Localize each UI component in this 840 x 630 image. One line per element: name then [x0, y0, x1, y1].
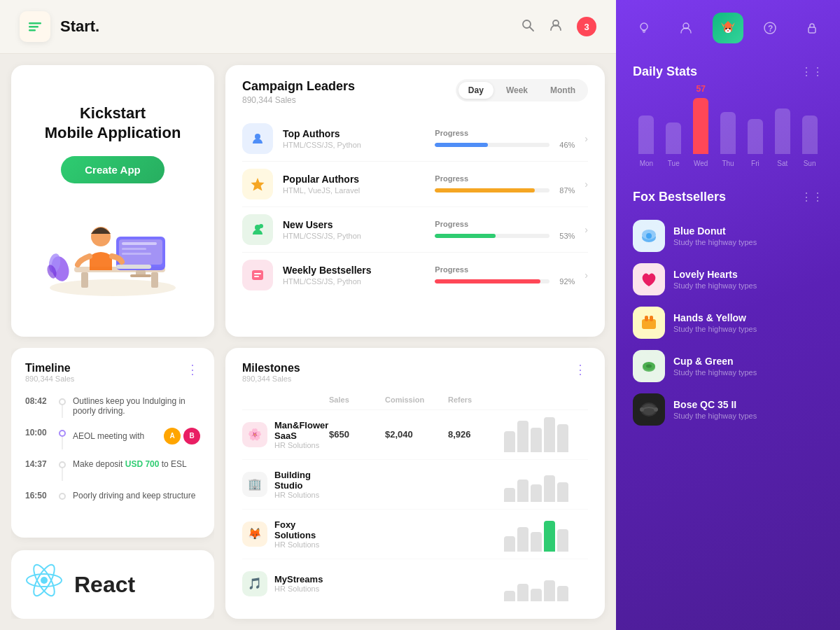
milestones-table: Sales Comission Refers 🌸 Man&Flower SaaS… [242, 393, 588, 608]
milestone-info-0: 🌸 Man&Flower SaaS HR Solutions [242, 420, 329, 449]
svg-point-62 [640, 407, 644, 412]
milestone-chart-2 [504, 517, 588, 552]
daily-stats-header: Daily Stats ⋮⋮ [633, 64, 823, 79]
timeline-dot-1 [59, 430, 66, 437]
user-icon[interactable] [549, 18, 563, 36]
fox-item-4: Bose QC 35 II Study the highway types [633, 388, 823, 431]
right-sidebar: ? Daily Stats ⋮⋮ Mon Tue [616, 0, 840, 630]
search-icon[interactable] [521, 18, 535, 36]
svg-rect-53 [645, 316, 648, 321]
milestones-title: Milestones [242, 362, 300, 374]
leader-tech-0: HTML/CSS/JS, Python [283, 141, 425, 149]
progress-label-2: Progress [435, 220, 575, 228]
fox-item-img-3 [633, 350, 665, 382]
sidebar-nav-fox[interactable] [713, 13, 743, 43]
fox-item-info-4: Bose QC 35 II Study the highway types [673, 399, 823, 420]
svg-point-63 [654, 407, 658, 412]
timeline-item-0: 08:42 Outlines keep you Indulging in poo… [25, 391, 200, 423]
milestones-subtitle: 890,344 Sales [242, 374, 300, 383]
milestone-name-0: Man&Flower SaaS [274, 420, 329, 441]
sidebar-nav-lightbulb[interactable] [629, 13, 659, 43]
leader-row-2: New Users HTML/CSS/JS, Python Progress 5… [242, 207, 588, 253]
leader-icon-3 [242, 260, 273, 290]
bar-wed: 57 Wed [690, 94, 712, 167]
chevron-icon-1[interactable]: › [584, 178, 588, 190]
timeline-menu-icon[interactable]: ⋮ [186, 362, 200, 377]
milestone-sub-3: HR Solutions [274, 584, 323, 593]
bar-fill-wed: 57 [693, 98, 708, 154]
fox-menu-icon[interactable]: ⋮⋮ [801, 190, 823, 204]
leader-info-1: Popular Authors HTML, VueJS, Laravel [283, 174, 425, 195]
bar-label-wed: Wed [694, 160, 708, 167]
bar-label-tue: Tue [668, 160, 680, 167]
sidebar-nav-help[interactable]: ? [755, 13, 785, 43]
tab-week[interactable]: Week [496, 82, 538, 99]
chevron-icon-2[interactable]: › [584, 224, 588, 235]
milestone-name-3: MyStreams [274, 574, 323, 584]
milestone-icon-0: 🌸 [242, 422, 267, 447]
timeline-item-3: 16:50 Poorly driving and keep structure [25, 486, 200, 505]
fox-item-img-0 [633, 220, 665, 252]
bar-peak-value: 57 [696, 84, 705, 94]
create-app-button[interactable]: Create App [61, 156, 164, 183]
bar-label-thu: Thu [722, 160, 734, 167]
sidebar-nav-user[interactable] [671, 13, 701, 43]
timeline-time-0: 08:42 [25, 396, 52, 406]
illustration [39, 207, 186, 298]
timeline-dot-2 [59, 461, 66, 468]
leader-row-1: Popular Authors HTML, VueJS, Laravel Pro… [242, 162, 588, 207]
fox-item-desc-1: Study the highway types [673, 281, 823, 290]
chevron-icon-3[interactable]: › [584, 270, 588, 281]
leader-info-0: Top Authors HTML/CSS/JS, Python [283, 128, 425, 149]
fox-title: Fox Bestsellers [633, 190, 726, 204]
sidebar-nav-lock[interactable] [797, 13, 827, 43]
fox-item-3: Cup & Green Study the highway types [633, 344, 823, 388]
bar-fill-mon [638, 115, 654, 154]
fox-header: Fox Bestsellers ⋮⋮ [633, 190, 823, 204]
tab-month[interactable]: Month [540, 82, 585, 99]
timeline-time-3: 16:50 [25, 491, 52, 500]
svg-point-42 [727, 30, 729, 31]
fox-item-img-1 [633, 263, 665, 295]
bar-chart: Mon Tue 57 Wed [633, 90, 823, 167]
fox-item-desc-0: Study the highway types [673, 238, 823, 246]
bar-label-fri: Fri [751, 160, 760, 167]
tab-day[interactable]: Day [458, 82, 493, 99]
notification-badge[interactable]: 3 [577, 17, 596, 36]
progress-pct-0: 46% [555, 141, 575, 149]
col-commission: Comission [385, 396, 448, 404]
svg-line-4 [530, 27, 533, 31]
svg-rect-8 [81, 272, 88, 288]
fox-item-desc-4: Study the highway types [673, 412, 823, 420]
timeline-time-1: 10:00 [25, 428, 52, 438]
timeline-header: Timeline 890,344 Sales ⋮ [25, 362, 200, 383]
svg-rect-45 [808, 27, 816, 33]
bar-fill-thu [720, 112, 736, 154]
progress-label-1: Progress [435, 174, 575, 183]
fox-item-name-2: Hands & Yellow [673, 312, 823, 323]
leader-name-3: Weekly Bestsellers [283, 265, 425, 276]
svg-point-25 [259, 224, 263, 228]
milestones-menu-icon[interactable]: ⋮ [574, 362, 588, 377]
timeline-text-0: Outlines keep you Indulging in poorly dr… [73, 396, 200, 416]
col-headers: Sales Comission Refers [242, 393, 588, 410]
svg-text:?: ? [768, 24, 773, 34]
progress-pct-1: 87% [555, 186, 575, 195]
bar-thu: Thu [718, 94, 739, 167]
progress-pct-2: 53% [555, 232, 575, 240]
header: Start. 3 [0, 0, 616, 54]
progress-section-3: Progress 92% [435, 265, 575, 286]
tab-group: Day Week Month [456, 79, 588, 102]
fox-item-name-0: Blue Donut [673, 225, 823, 237]
bar-label-mon: Mon [640, 160, 653, 167]
leader-name-0: Top Authors [283, 128, 425, 139]
stats-menu-icon[interactable]: ⋮⋮ [801, 65, 823, 78]
timeline-text-3: Poorly driving and keep structure [73, 491, 200, 500]
milestone-info-1: 🏢 Building Studio HR Solutions [242, 470, 329, 499]
bar-fill-sat [775, 108, 790, 154]
fox-item-img-2 [633, 307, 665, 339]
svg-point-41 [729, 28, 730, 29]
chevron-icon-0[interactable]: › [584, 133, 588, 144]
fox-item-desc-3: Study the highway types [673, 368, 823, 377]
leader-tech-3: HTML/CSS/JS, Python [283, 277, 425, 286]
